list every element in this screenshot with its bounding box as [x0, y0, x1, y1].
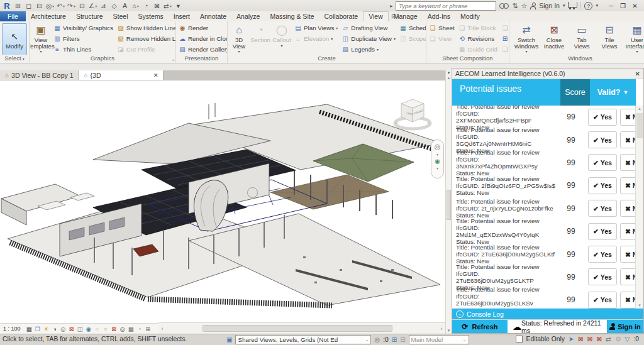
worksets-dialog-icon[interactable]: ⊞ — [392, 336, 397, 343]
selection-toggle-icon[interactable]: ⚙ — [615, 335, 621, 342]
ribbon-state-toggle[interactable]: ⊡▾ — [391, 11, 399, 21]
yes-button[interactable]: ✔Yes — [588, 200, 617, 217]
ribbon-big-button[interactable]: ▦ User Interface ▾ — [624, 23, 644, 55]
valid-column-header[interactable]: Valid?▼ — [590, 79, 636, 106]
scroll-up-icon[interactable]: ▲ — [446, 76, 452, 80]
ribbon-small-button[interactable]: ▦ Schedules ▾ — [397, 23, 426, 33]
close-button[interactable]: ✕ — [629, 1, 641, 11]
yes-button[interactable]: ✔Yes — [588, 154, 617, 171]
scroll-left-icon[interactable]: ‹ — [158, 323, 166, 334]
create-panel-footer[interactable]: Create — [228, 55, 426, 63]
favorites-star-icon[interactable]: ☆ — [521, 2, 527, 10]
ribbon-small-button[interactable]: ▦ Visibility/ Graphics ▾ — [52, 23, 115, 33]
zoom-dropdown-icon[interactable]: ▾ — [436, 166, 438, 170]
editing-requests-icon[interactable]: ◎ — [374, 336, 380, 343]
search-expand-icon[interactable]: ▸ — [390, 3, 392, 9]
qat-icon[interactable]: ◔▾ — [141, 1, 152, 11]
qat-icon[interactable]: ⊿▾ — [98, 1, 109, 11]
panel-sign-in-button[interactable]: Sign in — [607, 320, 643, 333]
issues-scrollbar[interactable]: ▲ ▼ — [635, 106, 643, 309]
selection-toggle-icon[interactable]: ⊠ — [587, 335, 592, 342]
ribbon-tab[interactable]: Collaborate — [319, 11, 363, 21]
view-tab[interactable]: ⌂ 3D View - BB Copy 1 ✕ — [0, 70, 79, 80]
selection-toggle-icon[interactable]: ➤ — [569, 335, 574, 342]
minimize-button[interactable]: ─ — [605, 1, 617, 11]
yes-button[interactable]: ✔Yes — [588, 177, 617, 194]
ribbon-tab[interactable]: View — [363, 11, 389, 21]
ribbon-tab[interactable]: Architecture — [26, 11, 71, 21]
view-control-icon[interactable]: ◔ — [135, 326, 144, 332]
ribbon-small-button[interactable]: ◉ Render — [177, 23, 227, 33]
yes-button[interactable]: ✔Yes — [588, 268, 617, 285]
view-tab[interactable]: ⌂ {3D ✕ — [79, 70, 164, 80]
worksets-icon[interactable]: ▣ — [226, 336, 232, 343]
scale-control[interactable]: 1 : 100 — [3, 326, 21, 332]
view-control-icon[interactable]: ▦ — [25, 326, 34, 332]
ribbon-small-button[interactable]: ▥ Filters ▾ — [52, 33, 115, 44]
dialog-launcher-icon[interactable]: ⌟ — [172, 55, 174, 63]
ribbon-small-button[interactable]: ≡ Thin Lines ▾ — [52, 44, 115, 55]
selection-filter-icon[interactable]: ▽ — [625, 335, 630, 342]
vertical-scrollbar[interactable]: ▾ ▲ ▼ — [445, 70, 452, 334]
ribbon-tab[interactable]: Massing & Site — [265, 11, 319, 21]
ribbon-tab[interactable]: Annotate — [195, 11, 231, 21]
ribbon-big-button[interactable]: ⇄ Switch Windows ▾ — [513, 23, 540, 55]
ribbon-small-button[interactable]: ⌂ Elevation ▾ — [292, 33, 340, 44]
console-log-bar[interactable]: ⌄ Console Log — [452, 309, 643, 319]
qat-icon[interactable]: ∠▾ — [87, 1, 98, 11]
panel-pin-icon[interactable]: ▾ — [446, 70, 452, 75]
sheet-composition-panel-footer[interactable]: Sheet Composition — [426, 55, 509, 63]
qat-icon[interactable]: ◇▾ — [109, 1, 119, 11]
view-control-icon[interactable]: ❒ — [33, 326, 42, 332]
qat-icon[interactable]: ◻▾ — [23, 1, 34, 11]
aecom-panel-titlebar[interactable]: AECOM Learned Intelligence (v0.6.0) ✕ — [452, 68, 643, 79]
ribbon-small-button[interactable]: ❏ Title Block ▾ — [457, 23, 499, 33]
view-control-icon[interactable]: ◉ — [84, 326, 93, 332]
help-icon[interactable]: ? — [584, 2, 592, 10]
ribbon-tab[interactable]: Insert — [169, 11, 195, 21]
view-control-icon[interactable]: ⊞ — [144, 326, 153, 332]
revit-logo-icon[interactable]: R — [2, 1, 12, 11]
view-control-icon[interactable]: ⊠ — [67, 326, 76, 332]
ribbon-small-button[interactable]: ◫ Scope Box ▾ — [397, 33, 426, 44]
design-option-dropdown[interactable]: Main Model⌄ — [409, 335, 469, 344]
ribbon-small-button[interactable]: ❏ View ▾ — [427, 33, 457, 44]
ribbon-small-button[interactable]: ▤ Render Gallery — [177, 44, 227, 55]
ribbon-tab[interactable]: Analyze — [231, 11, 265, 21]
view-templates-button[interactable]: ▣ View Templates▾ — [30, 23, 52, 55]
view-control-icon[interactable]: ◎ — [59, 326, 68, 332]
filter-icon[interactable]: ▼ — [623, 89, 628, 96]
ribbon-tab[interactable]: Steel — [108, 11, 133, 21]
ribbon-small-button[interactable]: ⟲ Revisions ▾ — [457, 33, 499, 44]
qat-icon[interactable]: ⊡▾ — [77, 1, 87, 11]
ribbon-small-button[interactable]: ☁ Render in Cloud — [177, 33, 227, 44]
view-control-icon[interactable]: ⊠ — [110, 326, 119, 332]
issues-scroll-down-icon[interactable]: ▼ — [636, 304, 643, 307]
account-person-icon[interactable] — [530, 3, 536, 9]
ribbon-big-button[interactable]: ◔ Section ▾ — [250, 23, 271, 55]
refresh-button[interactable]: ⟳Refresh — [452, 320, 508, 333]
scroll-right-icon[interactable]: › — [438, 323, 445, 334]
viewcube[interactable]: LEFT FRONT — [391, 94, 436, 140]
exchange-apps-icon[interactable]: ⇅ — [512, 2, 518, 10]
qat-icon[interactable]: ↷▾ — [66, 1, 77, 11]
qat-icon[interactable]: A▾ — [119, 1, 130, 11]
vertical-scroll-thumb[interactable] — [447, 190, 451, 220]
ribbon-small-button[interactable]: ▨ Show Hidden Lines ▾ — [115, 23, 175, 33]
workset-dropdown[interactable]: Shared Views, Levels, Grids (Not Ed⌄ — [235, 335, 371, 344]
select-panel-footer[interactable]: Select▾ — [0, 55, 29, 63]
design-options-icon[interactable]: ⊟ — [400, 336, 405, 343]
view-control-icon[interactable]: ◫ — [76, 326, 85, 332]
ribbon-big-button[interactable]: ⊠ Close Inactive ▾ — [541, 23, 567, 50]
ribbon-small-button[interactable]: ❏ ▾ — [499, 44, 509, 55]
graphics-panel-footer[interactable]: Graphics⌟ — [30, 55, 175, 63]
yes-button[interactable]: ✔Yes — [588, 246, 617, 263]
ribbon-tab[interactable]: File — [0, 11, 26, 21]
windows-panel-footer[interactable]: Windows — [509, 55, 644, 63]
yes-button[interactable]: ✔Yes — [588, 223, 617, 240]
ribbon-big-button[interactable]: ▭ Tab Views ▾ — [569, 23, 595, 50]
navbar-dropdown-icon[interactable]: ▾ — [436, 152, 438, 156]
modify-button[interactable]: ↖ Modify — [2, 23, 27, 55]
ribbon-small-button[interactable]: ▱ Drafting View ▾ — [340, 23, 397, 33]
qat-icon[interactable]: ⊠▾ — [152, 1, 162, 11]
